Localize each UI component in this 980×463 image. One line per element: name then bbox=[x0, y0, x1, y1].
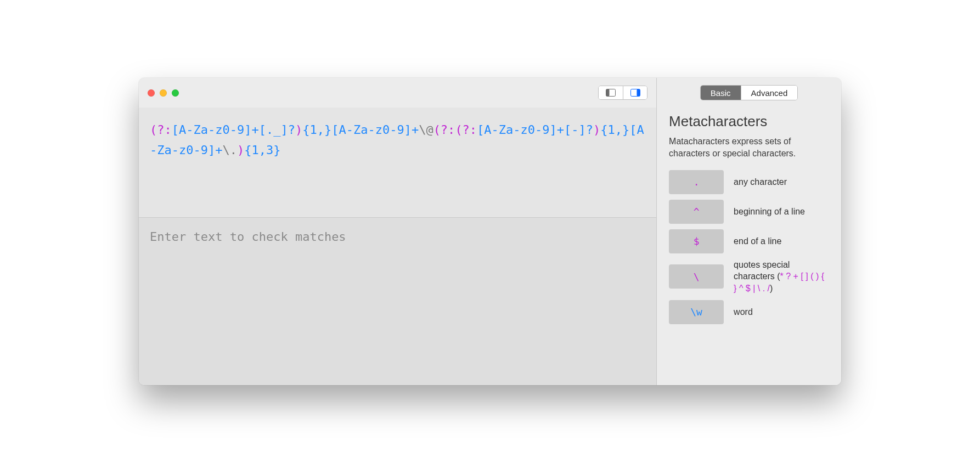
metacharacter-row: .any character bbox=[669, 170, 829, 194]
regex-token: {1,3} bbox=[244, 143, 280, 157]
tab-basic[interactable]: Basic bbox=[701, 86, 741, 100]
metacharacter-row: $end of a line bbox=[669, 229, 829, 253]
panel-right-icon bbox=[630, 89, 640, 97]
metacharacter-chip[interactable]: ^ bbox=[669, 200, 724, 224]
regex-token: ? bbox=[586, 123, 593, 137]
regex-token: ) bbox=[593, 123, 600, 137]
metacharacter-list: .any character^beginning of a line$end o… bbox=[669, 170, 829, 324]
metacharacter-symbol: $ bbox=[694, 235, 700, 247]
close-button[interactable] bbox=[148, 89, 155, 97]
right-pane: Basic Advanced Metacharacters Matacharac… bbox=[657, 78, 841, 385]
sidebar-description: Matacharacters express sets of character… bbox=[669, 135, 829, 160]
left-pane: (?:[A-Za-z0-9]+[._]?){1,}[A-Za-z0-9]+\@(… bbox=[139, 78, 657, 385]
metacharacter-row: \quotes special characters (* ? + [ ] ( … bbox=[669, 259, 829, 295]
titlebar bbox=[139, 78, 656, 108]
regex-token: ) bbox=[295, 123, 302, 137]
panel-left-button[interactable] bbox=[599, 86, 623, 99]
regex-token: + bbox=[215, 143, 222, 157]
panel-toggle-group bbox=[598, 86, 647, 100]
regex-token: {1,} bbox=[302, 123, 331, 137]
regex-token: ) bbox=[237, 143, 244, 157]
minimize-button[interactable] bbox=[160, 89, 167, 97]
regex-token: + bbox=[412, 123, 419, 137]
metacharacter-row: ^beginning of a line bbox=[669, 200, 829, 224]
metacharacter-row: \wword bbox=[669, 300, 829, 324]
regex-token: @ bbox=[426, 123, 433, 137]
regex-token: [A-Za-z0-9] bbox=[477, 123, 557, 137]
regex-token: + bbox=[557, 123, 564, 137]
metacharacter-label: word bbox=[734, 306, 753, 318]
tab-advanced[interactable]: Advanced bbox=[741, 86, 798, 100]
sidebar-heading: Metacharacters bbox=[669, 113, 829, 130]
svg-rect-3 bbox=[637, 89, 640, 97]
metacharacter-chip[interactable]: \ bbox=[669, 264, 724, 289]
regex-token: \ bbox=[419, 123, 426, 137]
regex-token: (?: bbox=[433, 123, 455, 137]
metacharacter-symbol: ^ bbox=[694, 206, 700, 217]
sidebar-body: Metacharacters Matacharacters express se… bbox=[657, 108, 841, 385]
metacharacter-chip[interactable]: $ bbox=[669, 229, 724, 253]
metacharacter-symbol: . bbox=[694, 176, 700, 188]
app-window: (?:[A-Za-z0-9]+[._]?){1,}[A-Za-z0-9]+\@(… bbox=[139, 78, 841, 385]
regex-token: [._] bbox=[259, 123, 288, 137]
window-controls bbox=[148, 89, 179, 97]
regex-token: \. bbox=[222, 143, 237, 157]
panel-left-icon bbox=[606, 89, 616, 97]
regex-token: (?: bbox=[150, 123, 172, 137]
sidebar-tabs-bar: Basic Advanced bbox=[657, 78, 841, 108]
regex-token: [A-Za-z0-9] bbox=[331, 123, 412, 137]
metacharacter-chip[interactable]: . bbox=[669, 170, 724, 194]
regex-input[interactable]: (?:[A-Za-z0-9]+[._]?){1,}[A-Za-z0-9]+\@(… bbox=[139, 108, 656, 217]
regex-token: {1,} bbox=[600, 123, 629, 137]
metacharacter-label: any character bbox=[734, 176, 787, 188]
metacharacter-chip[interactable]: \w bbox=[669, 300, 724, 324]
match-input[interactable]: Enter text to check matches bbox=[139, 217, 656, 385]
regex-token: [A-Za-z0-9] bbox=[172, 123, 252, 137]
metacharacter-symbol: \w bbox=[690, 306, 702, 318]
regex-token: [-] bbox=[564, 123, 586, 137]
sidebar-tabs: Basic Advanced bbox=[700, 85, 798, 100]
regex-token: + bbox=[251, 123, 258, 137]
metacharacter-symbol: \ bbox=[694, 271, 700, 283]
match-placeholder: Enter text to check matches bbox=[150, 230, 346, 244]
panel-right-button[interactable] bbox=[623, 86, 647, 99]
metacharacter-label: beginning of a line bbox=[734, 206, 805, 218]
svg-rect-1 bbox=[606, 89, 610, 97]
regex-token: ? bbox=[288, 123, 295, 137]
regex-token: (?: bbox=[455, 123, 477, 137]
metacharacter-label: quotes special characters (* ? + [ ] ( )… bbox=[734, 259, 829, 295]
metacharacter-label: end of a line bbox=[734, 235, 781, 247]
zoom-button[interactable] bbox=[172, 89, 179, 97]
metacharacter-label-highlight: * ? + [ ] ( ) { } ^ $ | \ . / bbox=[734, 272, 824, 293]
